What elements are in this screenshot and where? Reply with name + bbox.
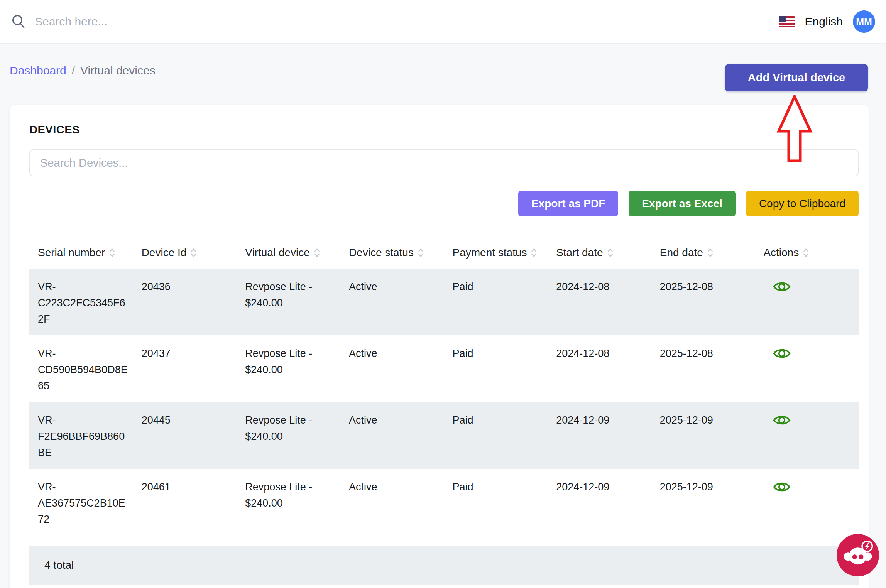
cell-payment-status: Paid: [444, 335, 548, 402]
cell-device-status: Active: [340, 402, 444, 469]
chat-widget-button[interactable]: [837, 534, 879, 576]
column-header-label: Device status: [349, 247, 414, 259]
cell-end-date: 2025-12-09: [651, 402, 755, 469]
cell-end-date: 2025-12-08: [651, 335, 755, 402]
us-flag-icon: [779, 16, 795, 27]
cell-end-date: 2025-12-09: [651, 469, 755, 536]
cell-payment-status: Paid: [444, 402, 548, 469]
view-device-eye-icon[interactable]: [773, 347, 791, 360]
view-device-eye-icon[interactable]: [773, 480, 791, 493]
breadcrumb-dashboard-link[interactable]: Dashboard: [10, 64, 66, 77]
search-icon: [11, 14, 26, 29]
language-selector[interactable]: English: [805, 15, 843, 28]
export-excel-button[interactable]: Export as Excel: [629, 191, 736, 216]
cell-virtual-device: Revpose Lite - $240.00: [237, 269, 340, 335]
column-header-start-date[interactable]: Start date: [548, 247, 651, 259]
table-row: VR-CD590B594B0D8E65 20437 Revpose Lite -…: [29, 335, 859, 402]
topbar: English MM: [0, 0, 886, 44]
column-header-label: Payment status: [453, 247, 527, 259]
column-header-serial-number[interactable]: Serial number: [29, 247, 133, 259]
cell-payment-status: Paid: [444, 269, 548, 335]
column-header-label: Start date: [556, 247, 603, 259]
table-row: VR-F2E96BBF69B860BE 20445 Revpose Lite -…: [29, 402, 859, 469]
table-header-row: Serial numberDevice IdVirtual deviceDevi…: [29, 237, 859, 269]
column-header-label: Virtual device: [245, 247, 310, 259]
cell-actions: [755, 469, 859, 536]
breadcrumb-current: Virtual devices: [80, 64, 156, 77]
column-header-end-date[interactable]: End date: [651, 247, 755, 259]
table-row: VR-AE367575C2B10E72 20461 Revpose Lite -…: [29, 469, 859, 536]
cell-start-date: 2024-12-09: [548, 469, 651, 536]
cell-device-status: Active: [340, 269, 444, 335]
breadcrumb: Dashboard / Virtual devices: [10, 64, 156, 77]
devices-search-input[interactable]: [29, 149, 859, 176]
copy-to-clipboard-button[interactable]: Copy to Clipboard: [746, 191, 859, 216]
red-arrow-annotation: [776, 95, 813, 164]
cell-device-status: Active: [340, 335, 444, 402]
cell-virtual-device: Revpose Lite - $240.00: [237, 469, 340, 536]
breadcrumb-separator: /: [72, 64, 75, 77]
cell-payment-status: Paid: [444, 469, 548, 536]
column-header-label: Actions: [763, 247, 799, 259]
cell-start-date: 2024-12-08: [548, 269, 651, 335]
table-footer: 4 total: [29, 546, 859, 585]
cell-start-date: 2024-12-08: [548, 335, 651, 402]
global-search-input[interactable]: [35, 15, 266, 28]
cell-serial-number: VR-CD590B594B0D8E65: [29, 335, 133, 402]
add-virtual-device-button[interactable]: Add Virtual device: [725, 64, 868, 91]
cell-serial-number: VR-F2E96BBF69B860BE: [29, 402, 133, 469]
cell-actions: [755, 402, 859, 469]
cell-device-id: 20437: [133, 335, 237, 402]
cell-device-status: Active: [340, 469, 444, 536]
column-header-label: Device Id: [142, 247, 187, 259]
card-title: DEVICES: [29, 123, 859, 136]
column-header-payment-status[interactable]: Payment status: [444, 247, 548, 259]
cell-end-date: 2025-12-08: [651, 269, 755, 335]
column-header-label: End date: [660, 247, 703, 259]
column-header-virtual-device[interactable]: Virtual device: [237, 247, 340, 259]
cell-device-id: 20445: [133, 402, 237, 469]
view-device-eye-icon[interactable]: [773, 280, 791, 293]
devices-card: DEVICES Export as PDF Export as Excel Co…: [10, 105, 869, 588]
column-header-label: Serial number: [38, 247, 105, 259]
table-row: VR-C223C2FC5345F62F 20436 Revpose Lite -…: [29, 269, 859, 335]
cell-virtual-device: Revpose Lite - $240.00: [237, 335, 340, 402]
cell-virtual-device: Revpose Lite - $240.00: [237, 402, 340, 469]
export-buttons-row: Export as PDF Export as Excel Copy to Cl…: [29, 191, 859, 216]
cell-serial-number: VR-AE367575C2B10E72: [29, 469, 133, 536]
global-search[interactable]: [0, 14, 779, 29]
table-body: VR-C223C2FC5345F62F 20436 Revpose Lite -…: [29, 269, 859, 536]
column-header-device-status[interactable]: Device status: [340, 247, 444, 259]
cell-start-date: 2024-12-09: [548, 402, 651, 469]
cell-serial-number: VR-C223C2FC5345F62F: [29, 269, 133, 335]
view-device-eye-icon[interactable]: [773, 414, 791, 427]
export-pdf-button[interactable]: Export as PDF: [518, 191, 618, 216]
total-count: 4 total: [44, 559, 74, 571]
cell-device-id: 20436: [133, 269, 237, 335]
cell-device-id: 20461: [133, 469, 237, 536]
column-header-actions[interactable]: Actions: [755, 247, 859, 259]
cell-actions: [755, 269, 859, 335]
avatar[interactable]: MM: [853, 10, 875, 33]
cell-actions: [755, 335, 859, 402]
column-header-device-id[interactable]: Device Id: [133, 247, 237, 259]
